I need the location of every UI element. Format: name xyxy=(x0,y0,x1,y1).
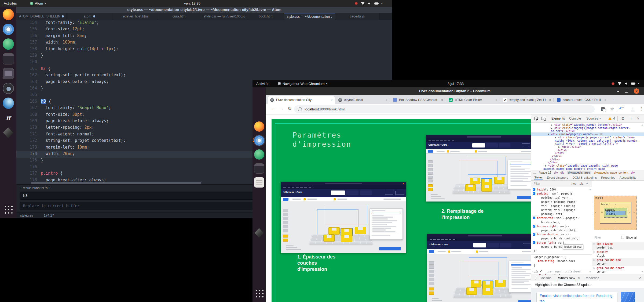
devtools-tab-elements[interactable]: Elements xyxy=(551,114,565,122)
css-declaration-line[interactable]: border-bottom: var(-- xyxy=(537,233,571,236)
property-checkbox[interactable]: ✓ xyxy=(533,225,535,228)
warning-triangle-icon[interactable] xyxy=(608,117,612,120)
css-declaration-line[interactable]: pagedjs-padding-right) xyxy=(541,200,577,203)
inkscape-icon[interactable] xyxy=(3,127,14,138)
site-info-icon[interactable]: i xyxy=(298,107,302,111)
camera-icon[interactable] xyxy=(3,83,14,94)
chromium-icon[interactable] xyxy=(3,24,14,35)
devtools-menu-icon[interactable]: ⋮ xyxy=(629,114,634,122)
breadcrumb-item[interactable]: #page-12 xyxy=(539,171,551,174)
boxmodel-value[interactable]: – xyxy=(601,211,603,214)
browser-tab[interactable]: Livre documentation City× xyxy=(268,96,335,104)
horizontal-scrollbar[interactable] xyxy=(31,182,201,184)
code-line[interactable]: 159} xyxy=(16,53,392,59)
atom-titlebar[interactable]: style.css — ~/documentation-cityfab2/Liv… xyxy=(16,7,392,13)
browser-tab[interactable]: cityfab2.local× xyxy=(336,96,390,104)
drawer-tab-what's-new[interactable]: What's New xyxy=(558,275,576,281)
system-tray-left[interactable]: ▾ xyxy=(355,0,383,7)
atom-tab[interactable]: atom xyxy=(67,13,112,20)
computed-property-row[interactable]: ▶displayblock xyxy=(592,250,644,258)
tab-close-icon[interactable]: × xyxy=(386,98,387,102)
fontforge-icon[interactable]: ff xyxy=(3,112,14,124)
app-grid-icon[interactable] xyxy=(254,288,264,298)
css-declaration-line[interactable]: pagedjs-border-right); xyxy=(541,229,577,232)
devtools-tab-sources[interactable]: Sources xyxy=(586,114,599,122)
boxmodel-value[interactable]: – xyxy=(615,226,616,228)
code-line[interactable]: 158 line-height: calc(14pt + 1px); xyxy=(16,46,392,53)
computed-pane[interactable]: 483.766 × 744.562marginborderpadding––––… xyxy=(592,181,644,275)
translate-icon[interactable]: A xyxy=(601,107,605,111)
css-declaration-line[interactable]: pagedjs-border-bottom); xyxy=(541,237,578,240)
css-declaration-line[interactable]: div { user agent stylesheet xyxy=(534,270,581,273)
css-declaration-line[interactable]: padding-top) var(-- xyxy=(541,196,572,199)
new-style-rule-button[interactable]: + xyxy=(586,182,588,185)
status-filename[interactable]: style.css xyxy=(20,214,33,217)
whats-new-link[interactable]: Emulate vision deficiencies from the Ren… xyxy=(540,293,615,302)
new-tab-button[interactable]: + xyxy=(612,97,614,102)
sidebar-tab-accessibility[interactable]: Accessibility xyxy=(620,176,636,179)
bookmark-star-icon[interactable]: ☆ xyxy=(610,106,614,111)
breadcrumb-item[interactable]: div xyxy=(631,171,635,174)
css-declaration-line[interactable]: border-right: var(-- xyxy=(537,225,569,228)
css-declaration-line[interactable]: } xyxy=(534,264,535,267)
css-declaration-line[interactable]: padding-left); xyxy=(541,213,564,215)
property-checkbox[interactable]: ✓ xyxy=(533,217,535,219)
browser-menu-icon[interactable]: ⋮ xyxy=(640,106,644,111)
clock-left[interactable]: ven. 18:35 xyxy=(184,0,200,7)
css-declaration-line[interactable]: height: 100%; xyxy=(537,188,558,191)
browser-tab[interactable]: Box Shadow CSS Generat× xyxy=(391,96,445,104)
computed-filter-input[interactable]: Filter xyxy=(594,236,601,239)
css-declaration-line[interactable]: .pagedjs_pagebox * { xyxy=(534,256,566,258)
css-declaration-line[interactable]: border-left: var(-- xyxy=(537,241,568,244)
scroll-down-icon[interactable]: ▼ xyxy=(641,271,643,273)
computed-property-row[interactable]: ▶box-sizingborder-box xyxy=(592,242,644,250)
css-declaration-line[interactable]: border-top: var(--pagedjs- xyxy=(537,217,579,220)
code-line[interactable]: 160 xyxy=(16,59,392,66)
tab-close-icon[interactable]: × xyxy=(441,98,443,102)
devtools-tab-console[interactable]: Console xyxy=(569,114,581,122)
boxmodel-value[interactable]: – xyxy=(634,211,635,214)
book-page-viewport[interactable]: Paramètres d'impression 1. Épaisseur des… xyxy=(266,114,531,302)
hov-toggle[interactable]: :hov xyxy=(571,182,576,185)
inspect-element-icon[interactable] xyxy=(534,117,538,120)
atom-tab[interactable]: cura.html xyxy=(158,13,201,20)
elements-tree[interactable]: ▶ <div class="pagedjs_margin-bottom">…</… xyxy=(531,123,644,170)
boxmodel-value[interactable]: – xyxy=(615,203,616,206)
breadcrumb-item[interactable]: … xyxy=(533,171,536,174)
drawer-tab-rendering[interactable]: Rendering xyxy=(584,275,600,281)
atom-tab[interactable]: pagedjs.js xyxy=(335,13,379,20)
atom-app-menu[interactable]: Atom▾ xyxy=(30,0,46,7)
property-checkbox[interactable]: ✓ xyxy=(533,241,535,244)
atom-tab[interactable]: ATOM_DISABLE_SHELLING_C xyxy=(16,13,67,20)
css-declaration-line[interactable]: border-top); xyxy=(541,221,561,224)
sidebar-tab-properties[interactable]: Properties xyxy=(601,176,615,179)
atom-tab[interactable]: book.html xyxy=(248,13,284,20)
clock-right[interactable]: 8 jui 17:33 xyxy=(448,80,464,87)
devtools-close-icon[interactable]: ✕ xyxy=(636,114,640,122)
show-all-checkbox[interactable] xyxy=(621,236,624,239)
boxmodel-value[interactable]: – xyxy=(615,196,616,199)
freecad-icon[interactable] xyxy=(3,98,14,109)
chromium-app-menu[interactable]: Navigateur Web Chromium▾ xyxy=(278,80,327,87)
minimize-button[interactable]: – xyxy=(617,89,619,93)
browser-tab[interactable]: w3HTML Color Picker× xyxy=(447,96,500,104)
boxmodel-value[interactable]: – xyxy=(629,211,630,214)
inkscape-icon[interactable] xyxy=(254,228,264,238)
drawer-tab-console[interactable]: Console xyxy=(539,275,552,281)
url-bar[interactable]: i localhost:8000/book.html xyxy=(294,105,595,113)
back-button[interactable]: ← xyxy=(272,106,276,111)
scroll-down-icon[interactable]: ▼ xyxy=(589,271,591,273)
device-toolbar-icon[interactable] xyxy=(541,117,545,120)
activities-button-right[interactable]: Activités xyxy=(256,80,269,87)
tab-close-icon[interactable]: × xyxy=(496,98,497,102)
drawer-menu-icon[interactable]: ⋮ xyxy=(534,276,537,280)
property-checkbox[interactable]: ✓ xyxy=(533,188,535,191)
terminal-icon[interactable] xyxy=(254,163,264,174)
software-icon[interactable] xyxy=(254,149,264,160)
system-tray-right[interactable]: ▾ xyxy=(612,80,639,87)
status-cursor-position[interactable]: 174:17 xyxy=(44,214,54,217)
browser-tab[interactable]: counter-reset - CSS : Feuil× xyxy=(554,96,609,104)
property-checkbox[interactable]: ✓ xyxy=(533,233,535,236)
software-icon[interactable] xyxy=(3,38,14,50)
maximize-button[interactable] xyxy=(625,90,628,93)
